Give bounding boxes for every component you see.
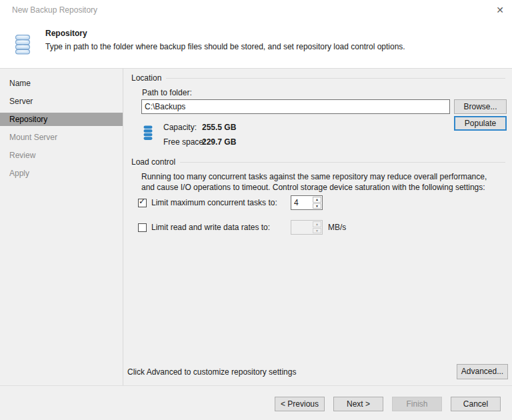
checkmark-icon: ✓ [139,197,145,206]
free-space-label: Free space: [163,137,205,147]
group-divider [166,78,505,79]
sidebar-item-name[interactable]: Name [0,77,123,90]
spinner-down-icon: ▼ [313,228,321,234]
location-group-label: Location [131,73,161,83]
rates-spinner-value [291,221,312,234]
advanced-button[interactable]: Advanced... [457,364,508,379]
wizard-steps-sidebar: Name Server Repository Mount Server Revi… [0,69,123,385]
location-group-header: Location [131,73,505,83]
capacity-label: Capacity: [163,123,197,132]
cancel-button[interactable]: Cancel [451,397,501,411]
spinner-up-icon[interactable]: ▲ [313,197,321,203]
sidebar-item-review[interactable]: Review [0,149,123,162]
load-control-description-line2: and cause I/O operations to timeout. Con… [141,183,485,192]
advanced-hint: Click Advanced to customize repository s… [127,367,296,377]
group-divider [180,162,505,163]
previous-button[interactable]: < Previous [275,397,325,411]
limit-rates-row: Limit read and write data rates to: [138,220,270,235]
path-input[interactable] [141,99,450,114]
wizard-step-description: Type in path to the folder where backup … [45,42,405,51]
close-icon[interactable]: ✕ [493,3,507,17]
main-content: Location Path to folder: Browse... Popul… [124,69,512,385]
limit-rates-checkbox[interactable] [138,223,147,232]
tasks-spinner-arrows: ▲ ▼ [312,196,322,209]
finish-button: Finish [392,397,442,411]
wizard-step-title: Repository [45,29,87,38]
rates-spinner: ▲ ▼ [291,220,323,235]
limit-tasks-row: ✓ Limit maximum concurrent tasks to: [138,195,277,210]
footer: < Previous Next > Finish Cancel [0,385,512,420]
capacity-disk-icon [143,125,153,141]
sidebar-item-server[interactable]: Server [0,95,123,108]
populate-button[interactable]: Populate [454,116,507,131]
limit-tasks-label: Limit maximum concurrent tasks to: [151,198,277,207]
wizard-body: Name Server Repository Mount Server Revi… [0,68,512,385]
rates-unit-label: MB/s [328,223,346,232]
load-control-group-label: Load control [131,157,175,167]
tasks-spinner-value[interactable]: 4 [291,196,312,209]
capacity-value: 255.5 GB [202,123,236,132]
repository-icon [15,35,31,55]
new-backup-repository-dialog: New Backup Repository ✕ Repository Type … [0,0,512,420]
browse-button[interactable]: Browse... [454,99,507,114]
sidebar-item-apply[interactable]: Apply [0,167,123,180]
spinner-up-icon: ▲ [313,221,321,227]
window-title: New Backup Repository [12,5,97,15]
spinner-down-icon[interactable]: ▼ [313,203,321,209]
free-space-value: 229.7 GB [202,137,236,147]
load-control-description-line1: Running too many concurrent tasks agains… [141,172,487,181]
sidebar-item-mount-server[interactable]: Mount Server [0,131,123,144]
sidebar-item-repository[interactable]: Repository [0,113,123,126]
rates-spinner-arrows: ▲ ▼ [312,221,322,234]
next-button[interactable]: Next > [333,397,383,411]
path-to-folder-label: Path to folder: [142,88,192,97]
limit-tasks-checkbox[interactable]: ✓ [138,199,147,207]
load-control-group-header: Load control [131,157,505,167]
limit-rates-label: Limit read and write data rates to: [151,223,270,232]
tasks-spinner[interactable]: 4 ▲ ▼ [291,195,323,210]
